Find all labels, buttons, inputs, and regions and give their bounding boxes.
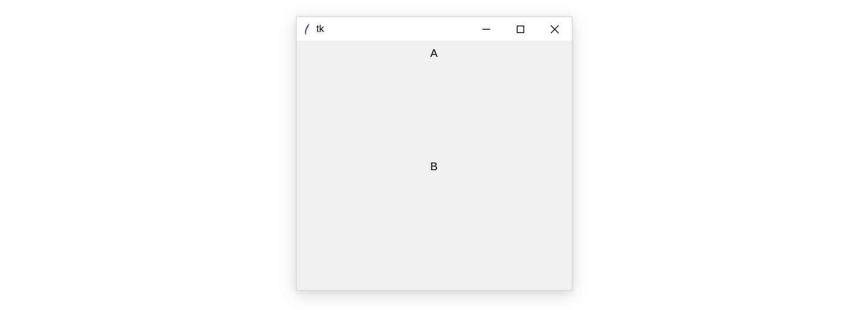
client-area: A B <box>297 41 572 290</box>
close-button[interactable] <box>538 17 572 41</box>
label-b: B <box>297 160 572 173</box>
window-controls <box>469 17 572 41</box>
feather-icon <box>302 23 312 35</box>
titlebar-left: tk <box>302 23 324 35</box>
window-title: tk <box>317 23 324 35</box>
titlebar[interactable]: tk <box>297 17 572 41</box>
maximize-button[interactable] <box>503 17 538 41</box>
minimize-button[interactable] <box>469 17 503 41</box>
label-a: A <box>297 47 572 60</box>
tkinter-window: tk A B <box>296 17 572 291</box>
svg-rect-1 <box>517 26 524 33</box>
